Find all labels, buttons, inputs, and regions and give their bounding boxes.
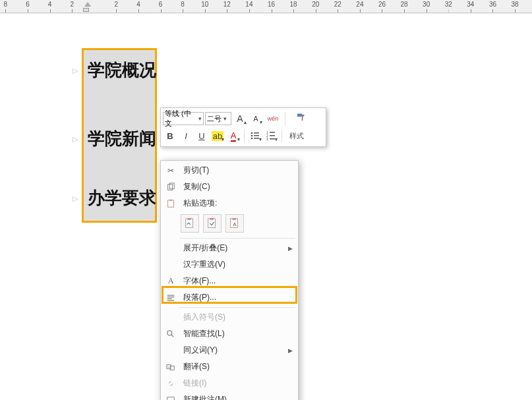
svg-rect-19 <box>210 218 213 220</box>
svg-text:3: 3 <box>266 137 268 141</box>
translate-icon: a <box>163 362 178 372</box>
svg-point-2 <box>251 135 253 137</box>
paste-merge-icon <box>206 217 218 229</box>
font-size-value: 二号 <box>207 114 222 124</box>
menu-hanzi-reselect[interactable]: 汉字重选(V) <box>161 256 298 273</box>
paste-keep-source-button[interactable] <box>181 214 199 233</box>
font-size-combo[interactable]: 二号▾ <box>205 112 231 125</box>
bullets-button[interactable]: ▾ <box>248 129 262 143</box>
chevron-down-icon: ▾ <box>198 115 202 122</box>
phonetic-guide-button[interactable]: wén <box>264 111 281 126</box>
svg-point-4 <box>251 138 253 140</box>
paragraph-icon <box>163 293 178 302</box>
svg-rect-11 <box>270 138 275 140</box>
toolbar-divider <box>244 129 245 142</box>
svg-rect-23 <box>167 295 175 295</box>
document-area: ▷学院概况▷学院新闻▷办学要求 等线 (中文▾ 二号▾ A▴ A▾ wén B … <box>0 13 532 400</box>
hanging-indent-marker[interactable] <box>83 8 89 12</box>
menu-insert-symbol[interactable]: 插入符号(S) <box>161 309 298 326</box>
svg-rect-17 <box>187 218 191 220</box>
first-line-indent-marker[interactable] <box>84 2 91 7</box>
heading-text[interactable]: 学院新闻 <box>88 127 156 150</box>
font-family-value: 等线 (中文 <box>165 109 196 129</box>
svg-rect-18 <box>208 219 216 228</box>
svg-rect-25 <box>167 298 172 299</box>
menu-expand-collapse[interactable]: 展开/折叠(E) ▶ <box>161 240 298 256</box>
paste-merge-button[interactable] <box>203 214 222 233</box>
paste-text-only-button[interactable]: A <box>225 214 244 233</box>
horizontal-ruler: 8642246810121416182022242628303234363840… <box>0 0 532 13</box>
toolbar-divider <box>285 112 285 125</box>
svg-rect-24 <box>167 297 175 297</box>
shrink-font-button[interactable]: A▾ <box>249 111 263 126</box>
svg-point-0 <box>251 132 253 134</box>
clipboard-icon <box>163 199 178 208</box>
bold-button[interactable]: B <box>163 129 177 143</box>
outline-triangle-icon[interactable]: ▷ <box>73 194 78 203</box>
svg-rect-14 <box>168 200 174 207</box>
svg-rect-26 <box>167 300 175 300</box>
svg-rect-1 <box>254 132 259 134</box>
comment-icon <box>163 395 178 401</box>
menu-cut[interactable]: ✂ 剪切(T) <box>161 162 298 179</box>
chevron-right-icon: ▶ <box>288 347 293 354</box>
menu-copy[interactable]: 复制(C) <box>161 179 298 195</box>
svg-rect-5 <box>254 138 259 139</box>
italic-button[interactable]: I <box>179 129 193 143</box>
svg-text:a: a <box>167 365 169 368</box>
svg-rect-9 <box>270 135 275 136</box>
numbering-button[interactable]: 123▾ <box>264 129 278 143</box>
mini-toolbar: 等线 (中文▾ 二号▾ A▴ A▾ wén B I U ab▾ A▾ ▾ <box>160 107 326 147</box>
chevron-right-icon: ▶ <box>288 245 293 252</box>
format-painter-icon <box>295 113 308 125</box>
svg-rect-7 <box>270 132 275 133</box>
toolbar-divider <box>281 129 282 142</box>
menu-paste-options-header: 粘贴选项: <box>161 195 298 212</box>
menu-synonym[interactable]: 同义词(Y) ▶ <box>161 342 298 358</box>
paste-keep-source-icon <box>184 217 196 229</box>
outline-triangle-icon[interactable]: ▷ <box>73 135 78 144</box>
underline-button[interactable]: U <box>194 129 209 143</box>
context-menu: ✂ 剪切(T) 复制(C) 粘贴选项: A 展开/折叠(E) ▶ 汉字重选(V)… <box>160 160 299 400</box>
format-painter-button[interactable] <box>289 113 314 125</box>
heading-text[interactable]: 学院概况 <box>88 59 156 82</box>
heading-text[interactable]: 办学要求 <box>88 186 156 210</box>
outline-triangle-icon[interactable]: ▷ <box>73 67 78 75</box>
menu-separator <box>179 238 295 239</box>
svg-rect-15 <box>169 199 172 200</box>
link-icon <box>163 379 178 388</box>
menu-font[interactable]: A 字体(F)... <box>161 273 298 289</box>
font-icon: A <box>163 276 178 286</box>
svg-point-27 <box>167 330 172 335</box>
paste-options-row: A <box>161 212 298 237</box>
search-icon <box>163 329 178 339</box>
menu-smart-find[interactable]: 智能查找(L) <box>161 326 298 342</box>
styles-button[interactable]: 样式 <box>285 129 308 143</box>
menu-separator <box>179 307 295 308</box>
menu-translate[interactable]: a 翻译(S) <box>161 358 298 375</box>
svg-text:A: A <box>233 221 237 227</box>
svg-rect-3 <box>254 135 259 136</box>
paste-text-only-icon: A <box>229 217 241 229</box>
font-color-button[interactable]: A▾ <box>226 129 241 143</box>
chevron-down-icon: ▾ <box>223 115 227 122</box>
font-family-combo[interactable]: 等线 (中文▾ <box>163 112 204 125</box>
menu-link[interactable]: 链接(I) <box>161 375 298 391</box>
menu-paragraph[interactable]: 段落(P)... <box>161 289 298 306</box>
scissors-icon: ✂ <box>163 166 178 175</box>
svg-rect-21 <box>232 218 235 220</box>
highlight-color-button[interactable]: ab▾ <box>210 129 225 143</box>
svg-line-28 <box>171 334 174 337</box>
copy-icon <box>163 183 178 192</box>
grow-font-button[interactable]: A▴ <box>233 111 247 126</box>
menu-new-comment[interactable]: 新建批注(M) <box>161 391 298 400</box>
